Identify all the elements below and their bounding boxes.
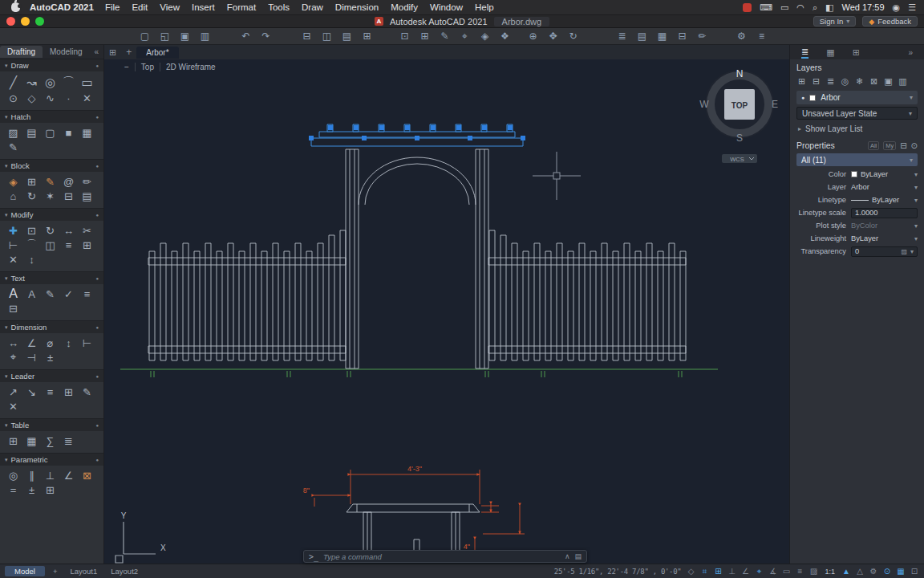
wcs-indicator[interactable]: WCS bbox=[722, 154, 757, 163]
layer-merge-icon[interactable]: ▥ bbox=[898, 76, 908, 87]
quick-select-icon[interactable]: ⊟ bbox=[900, 141, 906, 150]
set-base-point-icon[interactable]: ⌂ bbox=[4, 189, 22, 203]
section-header-parametric[interactable]: ▾ Parametric ● bbox=[0, 453, 103, 466]
menu-item[interactable]: Tools bbox=[268, 2, 290, 12]
polar-tracking-icon[interactable]: ∠ bbox=[740, 567, 750, 576]
leader-edit-icon[interactable]: ✎ bbox=[78, 385, 96, 399]
record-icon[interactable] bbox=[743, 3, 752, 12]
text-edit-icon[interactable]: ✎ bbox=[41, 287, 59, 301]
dynamic-input-icon[interactable]: ▭ bbox=[781, 567, 791, 576]
sheets-palette-tab[interactable]: ⊞ bbox=[853, 47, 860, 58]
control-center-icon[interactable]: ◧ bbox=[825, 3, 833, 12]
single-text-icon[interactable]: A bbox=[22, 287, 41, 301]
clean-screen-icon[interactable]: ⊡ bbox=[910, 567, 919, 576]
object-isolate-icon[interactable]: ⊙ bbox=[882, 567, 892, 576]
menu-item[interactable]: Modify bbox=[391, 2, 418, 12]
viewport-menu-button[interactable]: − bbox=[119, 63, 135, 71]
section-options-icon[interactable]: ● bbox=[95, 325, 99, 330]
markup-icon[interactable]: ✏ bbox=[695, 31, 709, 41]
menu-item[interactable]: View bbox=[160, 2, 180, 12]
menu-item[interactable]: Window bbox=[430, 2, 463, 12]
point-icon[interactable]: ∙ bbox=[59, 91, 78, 105]
leader-remove-icon[interactable]: ✕ bbox=[4, 399, 22, 413]
coordinates-readout[interactable]: 25'-5 1/16", 22'-4 7/8" , 0'-0" bbox=[554, 568, 682, 576]
sign-in-button[interactable]: Sign In▾ bbox=[813, 16, 857, 26]
table-icon[interactable]: ⊞ bbox=[4, 434, 22, 448]
plot-style-dropdown[interactable]: ByColor ▾ bbox=[851, 222, 918, 230]
right-fence[interactable] bbox=[488, 230, 686, 360]
menu-item[interactable]: File bbox=[105, 2, 120, 12]
copy-clip-icon[interactable]: ⊡ bbox=[398, 31, 411, 41]
command-line[interactable]: >_ ∧ ▤ bbox=[303, 550, 587, 563]
undo-icon[interactable]: ↶ bbox=[239, 31, 253, 41]
current-layer-row[interactable]: ● Arbor ▾ bbox=[796, 91, 918, 104]
tab-overview-icon[interactable]: ⊞ bbox=[104, 47, 121, 58]
hatch-pattern-icon[interactable]: ▨ bbox=[4, 125, 22, 140]
leader-align-icon[interactable]: ≡ bbox=[41, 385, 59, 399]
layer-state-dropdown[interactable]: Unsaved Layer State ▾ bbox=[796, 107, 918, 120]
section-header-hatch[interactable]: ▾ Hatch ● bbox=[0, 110, 103, 123]
infer-constraints-icon[interactable]: ◇ bbox=[686, 567, 695, 576]
menubar-clock[interactable]: Wed 17:59 bbox=[842, 2, 885, 12]
open-file-icon[interactable]: ◱ bbox=[158, 31, 172, 41]
block-manager-icon[interactable]: ▤ bbox=[78, 189, 96, 203]
attribute-icon[interactable]: @ bbox=[59, 174, 78, 189]
stretch-icon[interactable]: ↔ bbox=[59, 223, 78, 238]
new-layout-button[interactable]: + bbox=[50, 567, 61, 576]
properties-filter-all[interactable]: All bbox=[868, 141, 879, 150]
ground-line[interactable] bbox=[120, 369, 718, 377]
group-icon[interactable]: ❖ bbox=[498, 31, 512, 41]
hatch-grid-icon[interactable]: ▦ bbox=[78, 125, 96, 140]
compass-west[interactable]: W bbox=[699, 99, 709, 110]
compass-east[interactable]: E bbox=[772, 99, 778, 110]
mtext-icon[interactable]: A bbox=[4, 287, 22, 301]
drawing-canvas[interactable]: 4'-3" 8" 4" TOP N E S bbox=[104, 59, 789, 564]
new-tab-button[interactable]: + bbox=[121, 47, 136, 58]
equal-constraint-icon[interactable]: = bbox=[4, 482, 22, 497]
section-options-icon[interactable]: ● bbox=[95, 115, 99, 120]
tool-palettes-icon[interactable]: ▦ bbox=[655, 31, 669, 41]
center-mark-icon[interactable]: ⌖ bbox=[4, 350, 22, 364]
viewport-view-button[interactable]: Top bbox=[135, 63, 160, 71]
solid-fill-icon[interactable]: ■ bbox=[59, 125, 78, 140]
layer-isolate-icon[interactable]: ◎ bbox=[840, 76, 850, 87]
save-as-icon[interactable]: ▥ bbox=[198, 31, 212, 41]
sheet-set-manager-icon[interactable]: ⊟ bbox=[675, 31, 689, 41]
section-options-icon[interactable]: ● bbox=[95, 164, 99, 169]
palette-collapse-icon[interactable]: « bbox=[90, 47, 104, 56]
section-options-icon[interactable]: ● bbox=[95, 423, 99, 428]
annotation-visibility-icon[interactable]: ▲ bbox=[841, 567, 851, 576]
options-icon[interactable]: ≡ bbox=[755, 31, 768, 41]
lock-constraint-icon[interactable]: ⊠ bbox=[78, 468, 96, 482]
layers-palette-tab[interactable]: ≣ bbox=[801, 47, 808, 59]
diameter-dimension-icon[interactable]: ⌀ bbox=[41, 336, 59, 350]
redo-icon[interactable]: ↷ bbox=[259, 31, 273, 41]
zoom-window-button[interactable] bbox=[35, 17, 44, 26]
linear-dimension-icon[interactable]: ↔ bbox=[4, 336, 22, 350]
text-align-icon[interactable]: ≡ bbox=[78, 287, 96, 301]
spotlight-icon[interactable]: ⌕ bbox=[813, 3, 817, 12]
section-options-icon[interactable]: ● bbox=[95, 276, 99, 281]
section-options-icon[interactable]: ● bbox=[95, 458, 99, 462]
section-header-table[interactable]: ▾ Table ● bbox=[0, 418, 103, 431]
app-menu[interactable]: AutoCAD 2021 bbox=[30, 2, 94, 12]
multileader-icon[interactable]: ↗ bbox=[4, 385, 22, 399]
section-header-leader[interactable]: ▾ Leader ● bbox=[0, 369, 103, 382]
annotation-scale-button[interactable]: 1:1 bbox=[823, 568, 837, 576]
leader-collect-icon[interactable]: ⊞ bbox=[59, 385, 78, 399]
rotate-icon[interactable]: ↻ bbox=[41, 223, 59, 238]
spline-icon[interactable]: ∿ bbox=[41, 91, 59, 105]
hatch-edit-icon[interactable]: ✎ bbox=[4, 140, 22, 154]
circle-icon[interactable]: ◎ bbox=[41, 74, 59, 91]
battery-icon[interactable]: ▭ bbox=[780, 3, 788, 12]
menu-item[interactable]: Help bbox=[475, 2, 494, 12]
object-snap-icon[interactable]: ⌖ bbox=[754, 567, 764, 576]
properties-pin-icon[interactable]: ⊙ bbox=[911, 141, 918, 150]
grid-display-icon[interactable]: ⊞ bbox=[713, 567, 723, 576]
trim-icon[interactable]: ✂ bbox=[78, 223, 96, 238]
close-window-button[interactable] bbox=[6, 17, 15, 26]
object-snap-tracking-icon[interactable]: ∡ bbox=[768, 567, 777, 576]
transparency-input[interactable]: 0 ▨ ▾ bbox=[851, 246, 918, 257]
layer-color-swatch[interactable] bbox=[809, 95, 816, 101]
coincident-constraint-icon[interactable]: ◎ bbox=[4, 468, 22, 482]
